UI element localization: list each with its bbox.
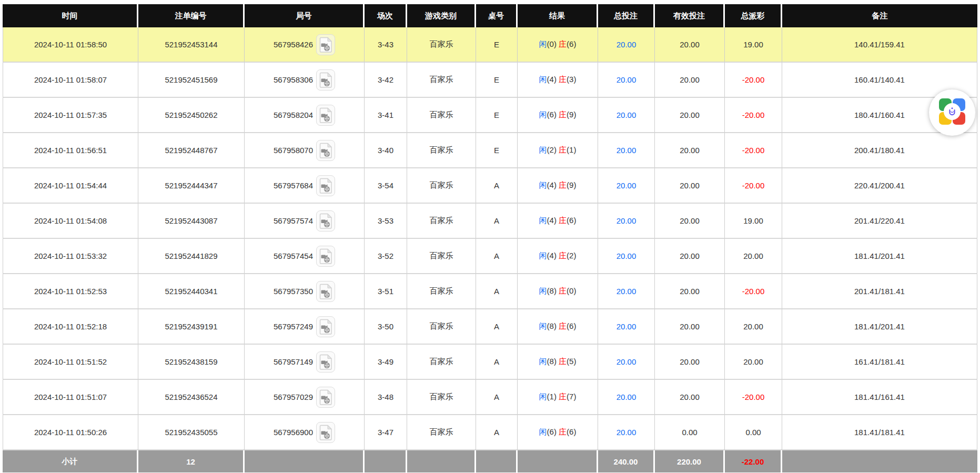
video-playback-button[interactable] (316, 140, 335, 161)
cell-table-no: A (476, 309, 518, 345)
video-playback-button[interactable] (316, 210, 335, 232)
table-row[interactable]: 2024-10-11 01:53:32 521952441829 5679574… (3, 239, 977, 274)
cell-time: 2024-10-11 01:56:51 (3, 133, 138, 168)
video-playback-button[interactable] (316, 422, 335, 443)
round-number: 567957249 (274, 322, 313, 331)
cell-payout: 19.00 (725, 204, 782, 239)
table-row[interactable]: 2024-10-11 01:51:52 521952438159 5679571… (3, 345, 977, 380)
subtotal-empty-tableno (476, 450, 518, 472)
cell-session: 3-43 (365, 27, 407, 63)
column-header-session: 场次 (365, 4, 407, 27)
result-player-value: (8) (547, 321, 557, 330)
extension-floating-button[interactable] (929, 89, 975, 136)
cell-round: 567957350 (245, 274, 365, 309)
round-number: 567957454 (274, 251, 313, 260)
table-row[interactable]: 2024-10-11 01:54:44 521952444347 5679576… (3, 168, 977, 204)
cell-table-no: E (476, 27, 518, 63)
cell-session: 3-47 (365, 415, 407, 450)
result-banker-label: 庄 (559, 321, 567, 330)
cell-round: 567957029 (245, 380, 365, 415)
subtotal-empty-result (518, 450, 598, 472)
result-banker-label: 庄 (559, 286, 567, 295)
cell-valid-bet: 20.00 (655, 345, 725, 380)
video-playback-button[interactable] (316, 351, 335, 373)
video-playback-button[interactable] (316, 34, 335, 55)
cell-remark: 181.41/181.41 (782, 415, 977, 450)
cell-total-bet: 20.00 (598, 27, 655, 63)
cell-payout: -20.00 (725, 133, 782, 168)
video-playback-button[interactable] (316, 105, 335, 126)
subtotal-empty-round (245, 450, 365, 472)
video-playback-button[interactable] (316, 175, 335, 196)
table-row[interactable]: 2024-10-11 01:58:07 521952451569 5679583… (3, 63, 977, 98)
video-playback-button[interactable] (316, 69, 335, 90)
cell-valid-bet: 20.00 (655, 204, 725, 239)
result-player-value: (4) (547, 216, 557, 225)
cell-session: 3-51 (365, 274, 407, 309)
result-player-label: 闲 (539, 180, 547, 189)
table-header-row: 时间注单编号局号场次游戏类别桌号结果总投注有效投注总派彩备注 (3, 4, 977, 27)
round-number: 567957574 (274, 216, 313, 225)
result-player-label: 闲 (539, 75, 547, 84)
column-header-round: 局号 (245, 4, 365, 27)
subtotal-empty-session (365, 450, 407, 472)
table-row[interactable]: 2024-10-11 01:52:18 521952439191 5679572… (3, 309, 977, 345)
cell-table-no: A (476, 274, 518, 309)
result-banker-label: 庄 (559, 251, 567, 260)
subtotal-empty-remark (782, 450, 977, 472)
cell-total-bet: 20.00 (598, 204, 655, 239)
cell-total-bet: 20.00 (598, 309, 655, 345)
cell-game-type: 百家乐 (407, 168, 476, 204)
result-banker-value: (6) (567, 39, 576, 48)
cell-valid-bet: 20.00 (655, 133, 725, 168)
table-row[interactable]: 2024-10-11 01:57:35 521952450262 5679582… (3, 98, 977, 133)
cell-remark: 181.41/161.41 (782, 380, 977, 415)
cell-valid-bet: 20.00 (655, 309, 725, 345)
table-row[interactable]: 2024-10-11 01:52:53 521952440341 5679573… (3, 274, 977, 309)
cell-table-no: A (476, 239, 518, 274)
cell-session: 3-54 (365, 168, 407, 204)
result-banker-value: (0) (567, 286, 576, 295)
cell-time: 2024-10-11 01:52:18 (3, 309, 138, 345)
result-player-label: 闲 (539, 286, 547, 295)
subtotal-count: 12 (138, 450, 245, 472)
round-number: 567957350 (274, 287, 313, 296)
table-row[interactable]: 2024-10-11 01:54:08 521952443087 5679575… (3, 204, 977, 239)
table-row[interactable]: 2024-10-11 01:56:51 521952448767 5679580… (3, 133, 977, 168)
table-row[interactable]: 2024-10-11 01:50:26 521952435055 5679569… (3, 415, 977, 450)
result-player-label: 闲 (539, 145, 547, 154)
cell-payout: -20.00 (725, 380, 782, 415)
video-playback-icon (319, 107, 332, 123)
cell-valid-bet: 20.00 (655, 98, 725, 133)
result-banker-value: (2) (567, 251, 576, 260)
video-playback-button[interactable] (316, 246, 335, 267)
cell-result: 闲(0) 庄(6) (518, 27, 598, 63)
cell-total-bet: 20.00 (598, 133, 655, 168)
video-playback-icon (319, 284, 332, 299)
cell-valid-bet: 20.00 (655, 63, 725, 98)
cell-remark: 181.41/201.41 (782, 239, 977, 274)
subtotal-empty-game (407, 450, 476, 472)
table-row[interactable]: 2024-10-11 01:51:07 521952436524 5679570… (3, 380, 977, 415)
cell-remark: 161.41/181.41 (782, 345, 977, 380)
cell-result: 闲(8) 庄(5) (518, 345, 598, 380)
cell-bet-id: 521952441829 (138, 239, 245, 274)
result-player-value: (6) (547, 110, 557, 119)
cell-time: 2024-10-11 01:58:50 (3, 27, 138, 63)
result-banker-label: 庄 (559, 180, 567, 189)
video-playback-button[interactable] (316, 281, 335, 302)
cell-session: 3-41 (365, 98, 407, 133)
column-header-remark: 备注 (782, 4, 977, 27)
video-playback-button[interactable] (316, 316, 335, 337)
cell-time: 2024-10-11 01:57:35 (3, 98, 138, 133)
result-banker-label: 庄 (559, 39, 567, 48)
cell-result: 闲(6) 庄(6) (518, 415, 598, 450)
video-playback-button[interactable] (316, 387, 335, 408)
result-banker-value: (9) (567, 110, 576, 119)
table-row[interactable]: 2024-10-11 01:58:50 521952453144 5679584… (3, 27, 977, 63)
column-header-total_bet: 总投注 (598, 4, 655, 27)
result-banker-label: 庄 (559, 357, 567, 366)
result-player-value: (4) (547, 251, 557, 260)
result-banker-label: 庄 (559, 110, 567, 119)
table-body: 2024-10-11 01:58:50 521952453144 5679584… (3, 27, 977, 450)
